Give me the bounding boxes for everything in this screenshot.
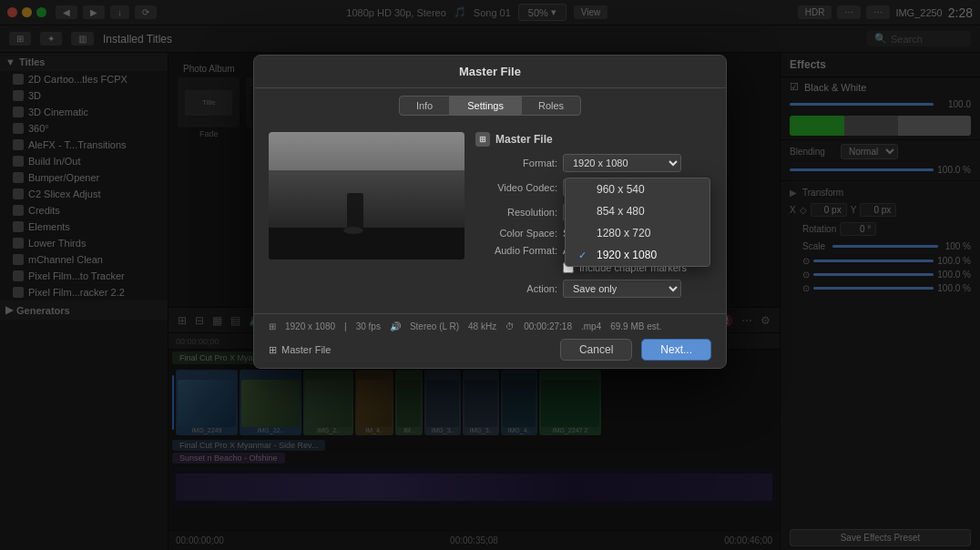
- footer-fps: 30 fps: [356, 321, 381, 331]
- cancel-button[interactable]: Cancel: [560, 339, 632, 361]
- action-row: Action: Save only: [475, 280, 711, 298]
- dropdown-item-960[interactable]: 960 x 540: [566, 178, 709, 200]
- footer-ext: .mp4: [581, 321, 601, 331]
- footer-separator1: |: [344, 321, 347, 331]
- format-select[interactable]: 1920 x 1080 1280 x 720 854 x 480 960 x 5…: [563, 154, 681, 172]
- resolution-label: Resolution:: [475, 207, 557, 218]
- dropdown-label-1920: 1920 x 1080: [597, 249, 657, 261]
- action-select[interactable]: Save only: [563, 280, 681, 298]
- format-dropdown-menu: 960 x 540 854 x 480 1280 x 720 ✓ 1920 x …: [565, 178, 710, 267]
- modal-title: Master File: [254, 56, 726, 88]
- footer-audio-icon: 🔊: [390, 321, 401, 331]
- modal-footer: ⊞ 1920 x 1080 | 30 fps 🔊 Stereo (L R) 48…: [254, 313, 726, 368]
- audio-format-label: Audio Format:: [475, 245, 557, 256]
- master-file-footer: ⊞ Master File: [269, 344, 331, 356]
- dropdown-item-1280[interactable]: 1280 x 720: [566, 222, 709, 244]
- footer-clock-icon: ⏱: [505, 321, 515, 331]
- dropdown-label-1280: 1280 x 720: [597, 227, 650, 239]
- preview-video: [269, 132, 464, 260]
- file-icon: ⊞: [269, 321, 276, 331]
- format-row: Format: 1920 x 1080 1280 x 720 854 x 480…: [475, 154, 711, 172]
- footer-khz: 48 kHz: [468, 321, 496, 331]
- checkmark-1920: ✓: [578, 250, 589, 261]
- video-codec-label: Video Codec:: [475, 182, 557, 193]
- color-space-label: Color Space:: [475, 228, 557, 239]
- modal-preview: [269, 132, 464, 260]
- footer-size: 69.9 MB est.: [610, 321, 661, 331]
- settings-section-title: ⊞ Master File: [475, 132, 711, 147]
- modal-footer-info: ⊞ 1920 x 1080 | 30 fps 🔊 Stereo (L R) 48…: [269, 321, 711, 331]
- settings-icon: ⊞: [475, 132, 490, 147]
- modal-footer-buttons: ⊞ Master File Cancel Next...: [269, 339, 711, 361]
- footer-audio: Stereo (L R): [410, 321, 459, 331]
- modal-tabs: Info Settings Roles: [254, 88, 726, 123]
- tab-settings[interactable]: Settings: [450, 96, 521, 116]
- master-file-label: Master File: [281, 344, 331, 355]
- modal-overlay: Master File Info Settings Roles: [0, 0, 980, 550]
- format-select-container: 1920 x 1080 1280 x 720 854 x 480 960 x 5…: [563, 154, 681, 172]
- tab-roles[interactable]: Roles: [521, 96, 581, 116]
- footer-resolution: 1920 x 1080: [285, 321, 335, 331]
- dropdown-item-1920[interactable]: ✓ 1920 x 1080: [566, 244, 709, 266]
- master-file-icon: ⊞: [269, 344, 277, 356]
- action-label: Action:: [475, 283, 557, 294]
- dropdown-item-854[interactable]: 854 x 480: [566, 200, 709, 222]
- dropdown-label-960: 960 x 540: [597, 183, 645, 196]
- dropdown-label-854: 854 x 480: [597, 205, 645, 218]
- footer-duration: 00:00:27:18: [524, 321, 572, 331]
- next-button[interactable]: Next...: [641, 339, 711, 361]
- tab-info[interactable]: Info: [399, 96, 450, 116]
- format-label: Format:: [475, 158, 557, 168]
